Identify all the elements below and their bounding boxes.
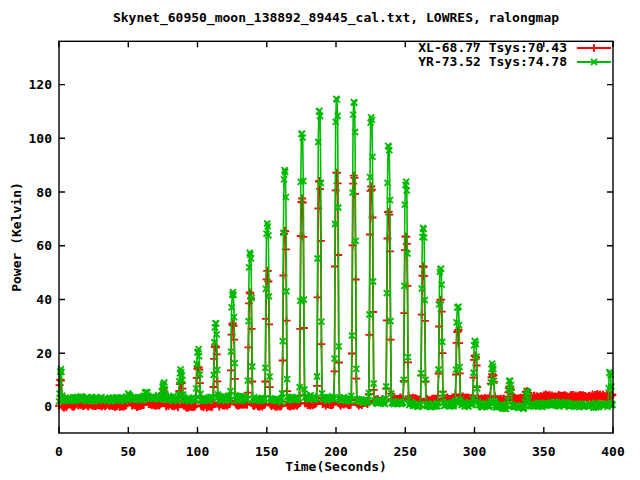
svg-text:300: 300 bbox=[463, 444, 487, 459]
svg-text:200: 200 bbox=[324, 444, 348, 459]
svg-text:100: 100 bbox=[186, 444, 210, 459]
svg-text:50: 50 bbox=[120, 444, 136, 459]
svg-text:80: 80 bbox=[36, 185, 52, 200]
legend-line-sample-yr bbox=[576, 55, 612, 69]
svg-text:40: 40 bbox=[36, 292, 52, 307]
legend-line-sample-xl bbox=[576, 41, 612, 55]
gnuplot-chart: Skynet_60950_moon_138892_89445_cal.txt, … bbox=[0, 0, 640, 480]
svg-text:250: 250 bbox=[394, 444, 418, 459]
svg-text:350: 350 bbox=[532, 444, 556, 459]
svg-text:0: 0 bbox=[44, 399, 52, 414]
svg-text:60: 60 bbox=[36, 238, 52, 253]
svg-text:0: 0 bbox=[55, 444, 63, 459]
plot-area: 050100150200250300350400020406080100120 bbox=[0, 0, 640, 480]
svg-text:150: 150 bbox=[255, 444, 279, 459]
svg-text:120: 120 bbox=[29, 77, 53, 92]
legend-label-yr: YR-73.52 Tsys:74.78 bbox=[418, 54, 567, 69]
svg-text:100: 100 bbox=[29, 131, 53, 146]
legend: XL-68.77 Tsys:70.43 YR-73.52 Tsys:74.78 bbox=[418, 41, 612, 68]
legend-entry-yr: YR-73.52 Tsys:74.78 bbox=[418, 55, 612, 68]
legend-label-xl: XL-68.77 Tsys:70.43 bbox=[418, 40, 567, 55]
legend-entry-xl: XL-68.77 Tsys:70.43 bbox=[418, 41, 612, 54]
svg-text:400: 400 bbox=[601, 444, 625, 459]
svg-text:20: 20 bbox=[36, 346, 52, 361]
